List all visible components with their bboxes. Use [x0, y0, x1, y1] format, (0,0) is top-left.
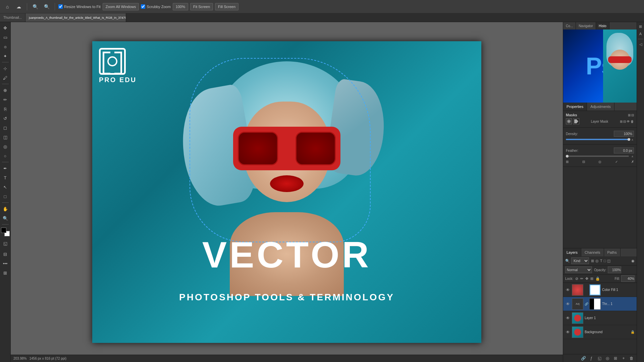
mask-refine-icon[interactable]: ⊞	[566, 160, 569, 164]
screen-mode-btn[interactable]: ⊟	[1, 250, 10, 258]
zoom-tool active[interactable]: 🔍	[1, 214, 10, 223]
healing-tool[interactable]: ⊕	[1, 86, 10, 95]
blur-tool[interactable]: ◎	[1, 142, 10, 151]
layer-delete-btn[interactable]: 🗑	[629, 355, 635, 361]
layer-adj-btn[interactable]: ◎	[604, 355, 610, 361]
layer-visibility-threshold[interactable]: 👁	[565, 301, 571, 307]
cloud-btn[interactable]: ☁	[14, 2, 23, 11]
char-style-btn[interactable]: A	[638, 31, 644, 37]
nose-bridge	[282, 147, 292, 150]
tab-paths[interactable]: Paths	[604, 248, 621, 256]
artboard-btn[interactable]: ⊞	[1, 268, 10, 277]
layer-style-btn[interactable]: ƒ	[588, 355, 594, 361]
density-expand-icon[interactable]: ▲	[631, 138, 634, 141]
lock-position-icon[interactable]: ✥	[585, 277, 588, 281]
layer-visibility-background[interactable]: 👁	[565, 329, 571, 335]
cc-libraries-btn[interactable]: ⊞	[638, 23, 644, 29]
layer-mask-colorfill	[589, 284, 601, 296]
eraser-tool[interactable]: ◻	[1, 123, 10, 132]
scrubby-zoom-checkbox[interactable]	[141, 4, 145, 9]
lock-transparent-icon[interactable]: ⊘	[575, 277, 578, 281]
clone-tool[interactable]: ⎘	[1, 105, 10, 113]
zoom-all-windows-btn[interactable]: Zoom All Windows	[103, 3, 139, 10]
lock-all-icon[interactable]: 🔒	[595, 277, 600, 281]
shape-tool[interactable]: □	[1, 192, 10, 201]
collapse-btn[interactable]: ◁	[638, 41, 644, 47]
layer-group-btn[interactable]: ⊞	[612, 355, 619, 361]
filter-kind-select[interactable]: Kind Name Effect	[571, 257, 589, 264]
layer-visibility-layer1[interactable]: 👁	[565, 315, 571, 321]
magic-wand-tool[interactable]: ✦	[1, 52, 10, 60]
marquee-tool[interactable]: ▭	[1, 33, 10, 42]
crop-tool[interactable]: ⊹	[1, 64, 10, 73]
tab-navigator[interactable]: Navigator	[576, 22, 596, 29]
mask-invert-icon[interactable]: ⊟	[582, 160, 585, 164]
zoom-percent-btn[interactable]: 100%	[173, 3, 188, 10]
mask-delete-icon[interactable]: 🗑	[631, 120, 634, 123]
fill-screen-btn[interactable]: Fill Screen	[215, 3, 238, 10]
fill-input[interactable]	[621, 275, 635, 282]
color-swatch[interactable]	[1, 228, 10, 236]
blend-mode-select[interactable]: Normal Multiply Screen	[565, 266, 592, 273]
canvas-area[interactable]: PRO EDU	[11, 22, 563, 362]
mask-select-icon[interactable]: ◎	[598, 160, 601, 164]
tab-layers[interactable]: Layers	[563, 248, 581, 256]
zoom-out-btn[interactable]: 🔍	[31, 2, 40, 11]
filter-type-icon[interactable]: T	[600, 259, 602, 263]
move-tool[interactable]: ✥	[1, 23, 10, 32]
mask-eye-icon[interactable]: 👁	[627, 120, 630, 123]
layer-item-colorfill[interactable]: 👁 Color Fill 1	[563, 283, 637, 297]
mask-apply-icon[interactable]: ⊞	[620, 120, 623, 123]
mask-delete2-icon[interactable]: ✗	[631, 160, 634, 164]
tab-adjustments[interactable]: Adjustments	[587, 103, 614, 111]
tab-main[interactable]: juanproedu_A_thumbnail_for_the_article_t…	[25, 13, 126, 22]
home-btn[interactable]: ⌂	[3, 2, 12, 11]
fit-screen-btn[interactable]: Fit Screen	[190, 3, 213, 10]
lasso-tool[interactable]: ⌾	[1, 42, 10, 51]
filter-adj-icon[interactable]: ◎	[595, 259, 599, 263]
filter-pixel-icon[interactable]: ⊞	[591, 259, 594, 263]
lock-artboard-icon[interactable]: ⊞	[590, 277, 593, 281]
layer-item-layer1[interactable]: 👁 Layer 1	[563, 311, 637, 325]
density-slider[interactable]	[566, 139, 629, 140]
gradient-tool[interactable]: ◫	[1, 133, 10, 141]
mask-link-icon[interactable]: ⊟	[623, 120, 626, 123]
density-input[interactable]	[614, 131, 634, 137]
mask-apply2-icon[interactable]: ✓	[615, 160, 618, 164]
eyedropper-tool[interactable]: 🖊	[1, 73, 10, 82]
resize-windows-label[interactable]: Resize Windows to Fit	[58, 4, 101, 9]
tab-channels[interactable]: Channels	[581, 248, 604, 256]
history-brush-tool[interactable]: ↺	[1, 114, 10, 123]
resize-windows-checkbox[interactable]	[58, 4, 63, 9]
pen-tool[interactable]: ✒	[1, 164, 10, 173]
extras-btn[interactable]: •••	[1, 259, 10, 268]
tab-co[interactable]: Co...	[563, 22, 576, 29]
filter-toggle-icon[interactable]: ◉	[631, 259, 635, 263]
feather-input[interactable]	[614, 147, 634, 154]
lock-pixels-icon[interactable]: ✏	[580, 277, 583, 281]
layer-item-background[interactable]: 👁 Background 🔒	[563, 325, 637, 339]
feather-expand-icon[interactable]: ▲	[631, 155, 634, 158]
layer-mask-btn[interactable]: ◱	[596, 355, 602, 361]
filter-shape-icon[interactable]: □	[604, 259, 606, 263]
tab-properties[interactable]: Properties	[563, 103, 587, 111]
layer-visibility-colorfill[interactable]: 👁	[565, 287, 571, 293]
layer-item-threshold[interactable]: 👁 Adj 🔗 Thr... 1	[563, 297, 637, 311]
zoom-in-btn[interactable]: 🔍	[42, 2, 51, 11]
path-selection-tool[interactable]: ↖	[1, 183, 10, 191]
scrubby-zoom-label[interactable]: Scrubby Zoom	[141, 4, 171, 9]
tab-thumbnail[interactable]: Thumbnail...	[0, 13, 25, 22]
sunglasses	[233, 127, 340, 170]
brush-tool[interactable]: ✏	[1, 95, 10, 104]
layer-link-btn[interactable]: 🔗	[580, 355, 586, 361]
feather-slider[interactable]	[566, 156, 629, 157]
layer-new-btn[interactable]: +	[621, 355, 627, 361]
tab-histo[interactable]: Histo	[596, 22, 609, 29]
hand-tool[interactable]: ✋	[1, 204, 10, 213]
filter-smartobj-icon[interactable]: ◫	[607, 259, 610, 263]
dodge-tool[interactable]: ○	[1, 152, 10, 160]
text-tool[interactable]: T	[1, 173, 10, 182]
opacity-input[interactable]	[608, 266, 621, 273]
quick-mask-btn[interactable]: ◱	[1, 239, 10, 248]
canvas-bottom-bar: 203.98% 1456 px x 816 pt (72 ppi)	[11, 355, 563, 362]
